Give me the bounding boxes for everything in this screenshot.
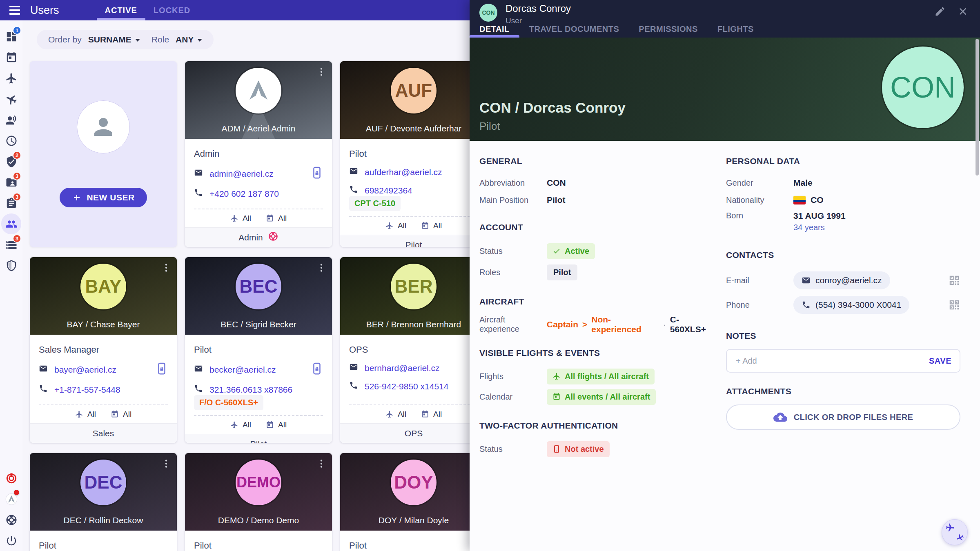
sidebar-item-schedule[interactable] [1, 130, 21, 151]
notification-dot [14, 490, 19, 495]
aircraft-experience-value: Captain > Non-experienced · C-560XLS+ [547, 315, 714, 334]
phone-chip[interactable]: (554) 394-3000 X0041 [793, 296, 909, 314]
card-footer: Sales [30, 423, 177, 443]
badge: 2 [13, 151, 21, 160]
sidebar-item-crew-files[interactable]: 3 [1, 172, 21, 193]
notes-input-box: SAVE [726, 349, 960, 373]
qr-code-icon[interactable] [948, 274, 960, 287]
notes-input[interactable] [735, 356, 929, 366]
page-title: Users [30, 4, 59, 17]
section-notes: NOTES SAVE [726, 331, 960, 373]
user-card-dec[interactable]: DECDEC / Rollin DeckowPilotAllAll [30, 453, 177, 551]
visibility-summary: AllAll [194, 209, 323, 227]
phone-link[interactable]: +420 602 187 870 [209, 189, 279, 199]
phone-row: 526-942-9850 x14514 [349, 381, 478, 392]
sidebar-item-security[interactable] [1, 255, 21, 276]
field-label: Roles [479, 268, 547, 277]
visibility-summary: AllAll [194, 416, 323, 434]
edit-pencil-icon[interactable] [934, 6, 946, 17]
sidebar-item-app-logo[interactable] [1, 489, 21, 509]
file-dropzone[interactable]: CLICK OR DROP FILES HERE [726, 404, 960, 430]
sidebar-item-checks[interactable]: 2 [1, 151, 21, 172]
detail-tab-permissions[interactable]: PERMISSIONS [629, 20, 707, 38]
role-label: Role [151, 35, 169, 44]
badge: 1 [13, 26, 21, 35]
user-card-demo[interactable]: DEMODEMO / Demo DemoPilotAllAll [185, 453, 332, 551]
card-menu-button[interactable] [159, 260, 174, 275]
kebab-menu-icon [316, 458, 327, 469]
menu-hamburger-icon[interactable] [7, 2, 23, 18]
order-by-select[interactable]: SURNAME [88, 35, 140, 44]
user-card-doy[interactable]: DOYDOY / Milan DoylePilotAllAll [340, 453, 487, 551]
badge: 3 [13, 193, 21, 201]
detail-tab-travel-documents[interactable]: TRAVEL DOCUMENTS [519, 20, 629, 38]
position-title: Pilot [349, 149, 478, 159]
sidebar-item-crew-briefing[interactable] [1, 109, 21, 130]
tab-locked[interactable]: LOCKED [145, 0, 198, 20]
detail-right-column: PERSONAL DATA GenderMale Nationality CO … [726, 156, 960, 473]
detail-tab-detail[interactable]: DETAIL [470, 20, 519, 38]
phone-link[interactable]: 321.366.0613 x87866 [209, 385, 292, 395]
user-display-name: DEMO / Demo Demo [185, 515, 332, 525]
kebab-menu-icon [316, 67, 327, 77]
phone-link[interactable]: +1-871-557-5448 [54, 385, 120, 395]
card-menu-button[interactable] [314, 456, 329, 471]
section-personal-data: PERSONAL DATA GenderMale Nationality CO … [726, 156, 960, 232]
phone-link[interactable]: 526-942-9850 x14514 [365, 382, 449, 391]
help-icon [5, 514, 18, 526]
colombia-flag-icon [793, 196, 806, 204]
aircraft-role-chip: CPT C-510 [349, 196, 401, 211]
card-header: DECDEC / Rollin Deckow [30, 453, 177, 531]
user-card-ber[interactable]: BERBER / Brennon BernhardOPSbernhard@aer… [340, 257, 487, 443]
user-card-bay[interactable]: BAYBAY / Chase BayerSales Managerbayer@a… [30, 257, 177, 443]
email-link[interactable]: bayer@aeriel.cz [54, 365, 116, 375]
user-card-bec[interactable]: BECBEC / Sigrid BeckerPilotbecker@aeriel… [185, 257, 332, 443]
sidebar-item-emergency[interactable] [1, 468, 21, 489]
qr-code-icon[interactable] [948, 299, 960, 311]
sidebar-item-calendar[interactable] [1, 47, 21, 68]
sidebar-item-aircraft[interactable] [1, 89, 21, 109]
email-link[interactable]: aufderhar@aeriel.cz [365, 167, 442, 177]
sidebar-item-logs[interactable]: 3 [1, 234, 21, 255]
mail-icon [39, 364, 48, 373]
badge: 3 [13, 172, 21, 180]
sidebar-item-help[interactable] [1, 509, 21, 530]
tab-active[interactable]: ACTIVE [97, 0, 145, 20]
email-row: becker@aeriel.cz [194, 362, 323, 377]
sidebar-item-logout[interactable] [1, 530, 21, 551]
sidebar-item-flights[interactable] [1, 68, 21, 89]
detail-tab-flights[interactable]: FLIGHTS [708, 20, 764, 38]
card-menu-button[interactable] [314, 64, 329, 79]
phone-link[interactable]: 6982492364 [365, 186, 412, 196]
sidebar-item-dashboard[interactable]: 1 [1, 26, 21, 47]
card-header: BAYBAY / Chase Bayer [30, 257, 177, 335]
card-menu-button[interactable] [159, 456, 174, 471]
panel-scrollbar[interactable] [976, 39, 979, 176]
card-menu-button[interactable] [314, 260, 329, 275]
flights-fab[interactable] [942, 519, 968, 545]
detail-hero-position: Pilot [479, 120, 500, 133]
new-user-button[interactable]: NEW USER [60, 188, 147, 207]
section-contacts: CONTACTS E-mail conroy@aeriel.cz Phone (… [726, 250, 960, 317]
flight-icon [230, 421, 238, 429]
mail-icon [349, 362, 358, 371]
sidebar-item-tasks[interactable]: 3 [1, 193, 21, 213]
email-chip[interactable]: conroy@aeriel.cz [793, 271, 890, 289]
email-link[interactable]: admin@aeriel.cz [209, 169, 274, 179]
avatar: AUF [391, 68, 437, 113]
user-card-auf[interactable]: AUFAUF / Devonte AufderharPilotaufderhar… [340, 61, 487, 247]
mail-icon [194, 168, 203, 177]
flight-icon [230, 214, 238, 222]
user-display-name: AUF / Devonte Aufderhar [340, 124, 487, 133]
email-link[interactable]: bernhard@aeriel.cz [365, 363, 440, 373]
user-card-adm[interactable]: ADM / Aeriel AdminAdminadmin@aeriel.cz+4… [185, 61, 332, 247]
close-icon[interactable] [957, 6, 969, 17]
field-label: Main Position [479, 196, 547, 205]
email-link[interactable]: becker@aeriel.cz [209, 365, 276, 375]
role-select[interactable]: ANY [176, 35, 202, 44]
user-cards-grid: NEW USER ADM / Aeriel AdminAdminadmin@ae… [30, 61, 487, 551]
user-display-name: ADM / Aeriel Admin [185, 124, 332, 133]
save-notes-button[interactable]: SAVE [929, 356, 951, 366]
sidebar-item-users[interactable] [1, 213, 21, 234]
beacon-icon [5, 472, 18, 484]
